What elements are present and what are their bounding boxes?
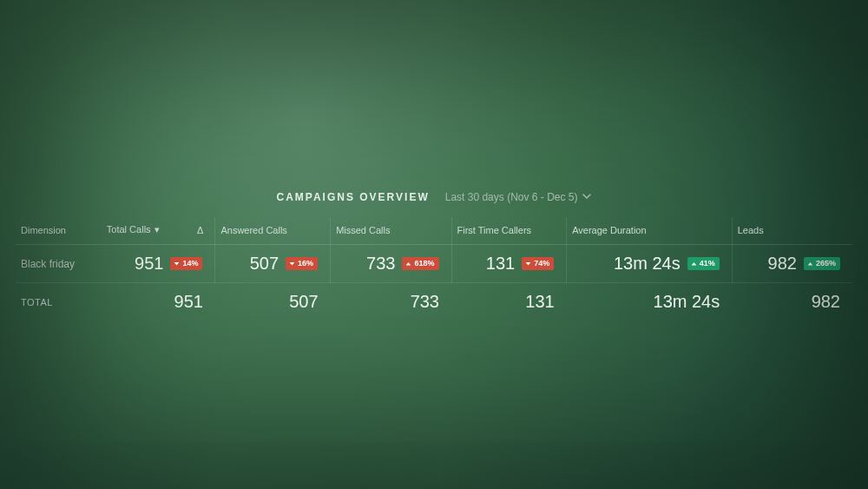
col-leads[interactable]: Leads <box>732 217 852 245</box>
cell-first-time-callers: 131 74% <box>451 245 567 283</box>
cell-missed-calls: 733 618% <box>331 245 451 283</box>
total-total-calls: 951 <box>102 283 215 321</box>
table-row[interactable]: Black friday 951 14% 507 <box>16 245 852 283</box>
total-missed-calls: 733 <box>331 283 451 321</box>
total-avg-duration: 13m 24s <box>567 283 733 321</box>
value-total-calls: 951 <box>135 254 163 274</box>
delta-badge-leads: 265% <box>804 257 840 270</box>
total-label: TOTAL <box>16 283 102 321</box>
caret-down-icon <box>289 261 295 267</box>
cell-leads: 982 265% <box>732 245 852 283</box>
delta-badge-missed-calls: 618% <box>402 257 438 270</box>
panel-title: CAMPAIGNS OVERVIEW <box>277 191 430 203</box>
col-delta: Δ <box>186 217 215 245</box>
delta-badge-first-time-callers: 74% <box>522 257 554 270</box>
delta-badge-avg-duration: 41% <box>687 257 720 270</box>
caret-up-icon <box>691 261 697 267</box>
total-answered-calls: 507 <box>215 283 331 321</box>
caret-down-icon <box>525 261 531 267</box>
sort-desc-icon: ▾ <box>155 224 160 235</box>
value-leads: 982 <box>768 254 797 274</box>
total-leads: 982 <box>732 283 852 321</box>
value-missed-calls: 733 <box>366 254 395 274</box>
col-dimension: Dimension <box>16 217 102 245</box>
value-avg-duration: 13m 24s <box>614 254 681 274</box>
total-first-time-callers: 131 <box>451 283 567 321</box>
caret-down-icon <box>174 261 180 267</box>
chevron-down-icon <box>582 191 591 203</box>
col-first-time-callers[interactable]: First Time Callers <box>451 217 567 245</box>
campaigns-overview-panel: CAMPAIGNS OVERVIEW Last 30 days (Nov 6 -… <box>16 191 852 320</box>
value-first-time-callers: 131 <box>486 254 515 274</box>
date-range-selector[interactable]: Last 30 days (Nov 6 - Dec 5) <box>445 191 592 203</box>
cell-avg-duration: 13m 24s 41% <box>567 245 733 283</box>
col-missed-calls[interactable]: Missed Calls <box>331 217 451 245</box>
table-total-row: TOTAL 951 507 733 131 13m 24s 982 <box>16 283 852 321</box>
col-total-calls[interactable]: Total Calls▾ <box>102 217 186 245</box>
cell-dimension: Black friday <box>16 245 102 283</box>
delta-badge-answered-calls: 16% <box>286 257 318 270</box>
campaigns-table: Dimension Total Calls▾ Δ Answered Calls … <box>16 217 852 320</box>
cell-total-calls: 951 14% <box>102 245 215 283</box>
date-range-label: Last 30 days (Nov 6 - Dec 5) <box>445 191 578 203</box>
caret-up-icon <box>405 261 411 267</box>
cell-answered-calls: 507 16% <box>215 245 331 283</box>
caret-up-icon <box>807 261 813 267</box>
table-header-row: Dimension Total Calls▾ Δ Answered Calls … <box>16 217 852 245</box>
delta-badge-total-calls: 14% <box>170 257 202 270</box>
col-avg-duration[interactable]: Average Duration <box>567 217 733 245</box>
value-answered-calls: 507 <box>250 254 279 274</box>
panel-header: CAMPAIGNS OVERVIEW Last 30 days (Nov 6 -… <box>16 191 852 203</box>
col-answered-calls[interactable]: Answered Calls <box>215 217 331 245</box>
